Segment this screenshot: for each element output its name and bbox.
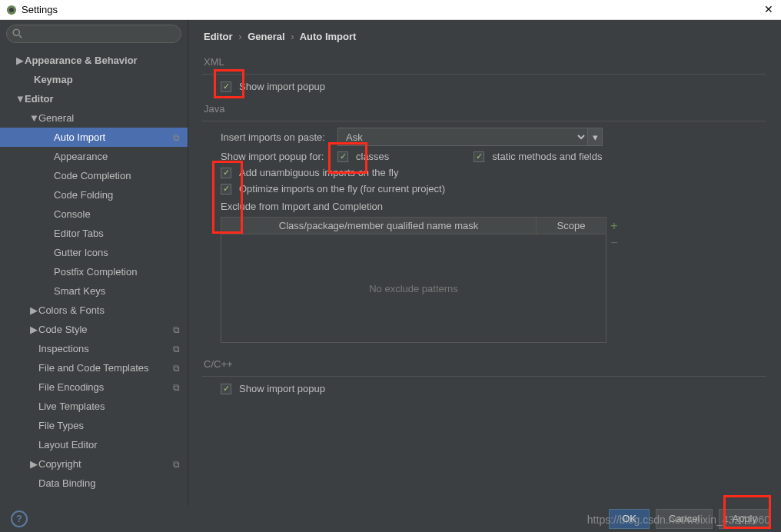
tree-label: Code Completion xyxy=(54,170,131,181)
help-button[interactable]: ? xyxy=(11,510,28,527)
breadcrumb-auto-import: Auto Import xyxy=(300,31,357,42)
dropdown-arrow-icon[interactable]: ▾ xyxy=(587,128,603,146)
label-xml-show-popup: Show import popup xyxy=(239,81,325,92)
tree-row[interactable]: Smart Keys xyxy=(0,281,188,301)
label-insert-paste: Insert imports on paste: xyxy=(221,131,330,143)
tree-row[interactable]: Postfix Completion xyxy=(0,262,188,281)
tree-row[interactable]: Gutter Icons xyxy=(0,243,188,262)
checkbox-cpp-show-popup[interactable] xyxy=(221,384,231,394)
tree-row[interactable]: Code Completion xyxy=(0,166,188,185)
scope-icon: ⧉ xyxy=(173,382,180,393)
tree-label: Colors & Fonts xyxy=(38,304,105,316)
apply-button[interactable]: Apply xyxy=(719,509,770,529)
tree-row[interactable]: ▼Editor xyxy=(0,89,188,108)
checkbox-classes[interactable] xyxy=(337,151,348,162)
cancel-button[interactable]: Cancel xyxy=(656,509,713,529)
exclude-empty: No exclude patterns xyxy=(221,234,606,342)
label-classes: classes xyxy=(356,151,389,162)
tree-row[interactable]: ▶Code Style⧉ xyxy=(0,320,188,339)
sidebar: ▶Appearance & BehaviorKeymap▼Editor▼Gene… xyxy=(0,20,188,505)
tree-label: Inspections xyxy=(38,343,89,354)
checkbox-static[interactable] xyxy=(474,151,484,162)
tree-label: Gutter Icons xyxy=(54,247,108,258)
tree-label: Data Binding xyxy=(38,477,95,489)
footer: ? OK Cancel Apply xyxy=(0,505,781,532)
tree-row[interactable]: File and Code Templates⧉ xyxy=(0,358,188,377)
svg-point-2 xyxy=(13,29,19,35)
search-icon xyxy=(12,28,22,41)
tree-arrow-icon: ▶ xyxy=(15,55,25,66)
tree-label: Code Style xyxy=(38,324,88,335)
window-title: Settings xyxy=(22,4,58,15)
scope-icon: ⧉ xyxy=(173,132,180,143)
tree-label: Smart Keys xyxy=(54,285,105,297)
ok-button[interactable]: OK xyxy=(609,509,650,529)
column-mask[interactable]: Class/package/member qualified name mask xyxy=(221,218,537,234)
tree-label: Auto Import xyxy=(54,131,105,143)
separator xyxy=(202,74,766,75)
tree-row[interactable]: ▼General xyxy=(0,108,188,128)
tree-arrow-icon: ▼ xyxy=(29,112,38,124)
tree-row[interactable]: Auto Import⧉ xyxy=(0,128,188,147)
tree-row[interactable]: Live Templates xyxy=(0,397,188,416)
titlebar: Settings ✕ xyxy=(0,0,781,20)
close-icon[interactable]: ✕ xyxy=(764,3,773,15)
scope-icon: ⧉ xyxy=(173,344,180,354)
exclude-table: Class/package/member qualified name mask… xyxy=(221,217,607,343)
chevron-right-icon: › xyxy=(291,31,294,42)
scope-icon: ⧉ xyxy=(173,459,180,470)
scope-icon: ⧉ xyxy=(173,324,180,335)
tree-label: File and Code Templates xyxy=(38,362,149,374)
breadcrumb-general[interactable]: General xyxy=(248,31,284,42)
tree-row[interactable]: Layout Editor xyxy=(0,435,188,454)
app-icon xyxy=(6,5,17,15)
label-cpp-show-popup: Show import popup xyxy=(239,383,325,394)
tree-label: Appearance & Behavior xyxy=(25,55,138,66)
tree-row[interactable]: Code Folding xyxy=(0,185,188,204)
tree-arrow-icon: ▶ xyxy=(29,324,38,335)
tree-label: Editor xyxy=(25,93,54,105)
label-show-popup-for: Show import popup for: xyxy=(221,151,330,162)
tree-row[interactable]: File Types xyxy=(0,416,188,435)
separator xyxy=(202,376,766,377)
label-exclude-heading: Exclude from Import and Completion xyxy=(221,201,766,212)
tree-label: Appearance xyxy=(54,151,108,162)
tree-row[interactable]: Console xyxy=(0,204,188,224)
insert-imports-dropdown[interactable]: Ask xyxy=(337,128,587,146)
tree-row[interactable]: Keymap xyxy=(0,70,188,89)
checkbox-optimize-imports[interactable] xyxy=(221,184,231,195)
breadcrumb-editor[interactable]: Editor xyxy=(204,31,233,42)
tree-row[interactable]: Editor Tabs xyxy=(0,224,188,243)
tree-row[interactable]: File Encodings⧉ xyxy=(0,377,188,397)
checkbox-add-unambiguous[interactable] xyxy=(221,168,231,178)
scope-icon: ⧉ xyxy=(173,363,180,374)
separator xyxy=(202,121,766,121)
tree-row[interactable]: ▶Colors & Fonts xyxy=(0,301,188,320)
tree-arrow-icon: ▼ xyxy=(15,93,25,105)
label-optimize-imports: Optimize imports on the fly (for current… xyxy=(239,183,445,195)
tree-label: Console xyxy=(54,208,91,220)
tree-row[interactable]: ▶Appearance & Behavior xyxy=(0,51,188,70)
tree-label: File Encodings xyxy=(38,381,104,393)
tree-arrow-icon: ▶ xyxy=(29,304,38,316)
tree-label: Postfix Completion xyxy=(54,266,137,278)
tree-label: Keymap xyxy=(34,74,73,85)
add-exclude-button[interactable]: + xyxy=(606,218,623,234)
label-add-unambiguous: Add unambiguous imports on the fly xyxy=(239,167,398,178)
sidebar-search xyxy=(0,20,188,51)
tree-label: Layout Editor xyxy=(38,439,98,451)
tree-label: Live Templates xyxy=(38,401,105,412)
remove-exclude-button[interactable]: − xyxy=(606,234,623,251)
column-scope[interactable]: Scope xyxy=(537,218,606,234)
tree-row[interactable]: Data Binding xyxy=(0,474,188,493)
tree-row[interactable]: ▶Copyright⧉ xyxy=(0,454,188,474)
tree-row[interactable]: Inspections⧉ xyxy=(0,339,188,358)
tree-label: Editor Tabs xyxy=(54,228,104,239)
tree-row[interactable]: Appearance xyxy=(0,147,188,166)
settings-panel: Editor › General › Auto Import XML Show … xyxy=(188,20,781,505)
breadcrumb: Editor › General › Auto Import xyxy=(204,31,766,42)
settings-tree: ▶Appearance & BehaviorKeymap▼Editor▼Gene… xyxy=(0,51,188,505)
checkbox-xml-show-popup[interactable] xyxy=(221,81,231,92)
tree-label: Copyright xyxy=(38,458,81,470)
search-input[interactable] xyxy=(6,25,181,43)
